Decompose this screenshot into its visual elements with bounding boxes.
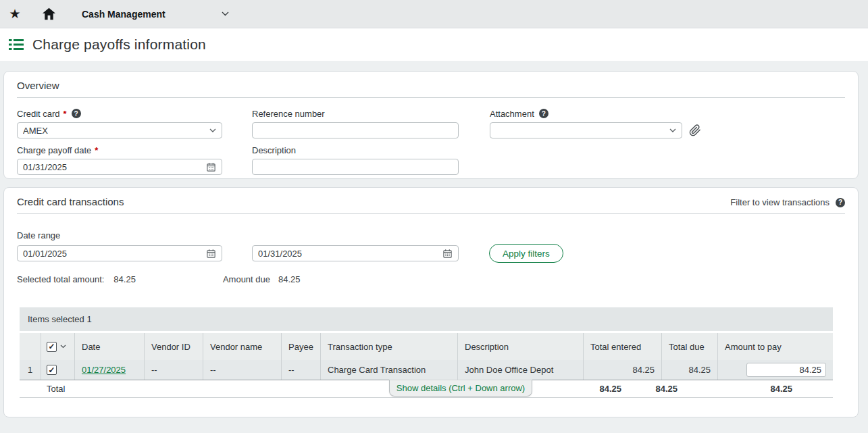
reference-number-field: Reference number bbox=[252, 109, 459, 138]
transactions-panel: Credit card transactions Filter to view … bbox=[3, 187, 859, 417]
top-bar: ★ Cash Management bbox=[0, 0, 868, 28]
page-title: Charge payoffs information bbox=[32, 36, 206, 53]
credit-card-value: AMEX bbox=[23, 126, 209, 136]
charge-payoff-date-input[interactable] bbox=[23, 162, 206, 172]
column-header-date[interactable]: Date bbox=[75, 333, 145, 360]
apply-filters-button[interactable]: Apply filters bbox=[489, 244, 563, 263]
amount-to-pay-input[interactable] bbox=[746, 363, 826, 377]
amount-due-label: Amount due bbox=[223, 274, 270, 284]
favorite-star-icon[interactable]: ★ bbox=[8, 6, 22, 22]
help-icon[interactable]: ? bbox=[836, 198, 845, 207]
charge-payoff-date-label: Charge payoff date bbox=[17, 145, 91, 155]
list-icon[interactable] bbox=[9, 39, 24, 51]
charge-payoff-date-field: Charge payoff date * bbox=[17, 145, 222, 175]
column-header-total-due[interactable]: Total due bbox=[662, 333, 718, 360]
column-header-total-entered[interactable]: Total entered bbox=[584, 333, 662, 360]
table-header-row: Date Vendor ID Vendor name Payee Transac… bbox=[20, 333, 833, 360]
transaction-date-link[interactable]: 01/27/2025 bbox=[82, 365, 126, 375]
cell-total-due: 84.25 bbox=[662, 360, 718, 380]
items-selected-bar: Items selected 1 bbox=[20, 307, 833, 331]
credit-card-select[interactable]: AMEX bbox=[17, 122, 222, 138]
attachment-field: Attachment ? bbox=[490, 109, 701, 138]
table-row: 1 01/27/2025 -- -- -- Charge Card Transa… bbox=[20, 360, 833, 380]
column-header-amount-to-pay[interactable]: Amount to pay bbox=[718, 333, 833, 360]
total-due-sum: 84.25 bbox=[628, 380, 684, 397]
cell-vendor-id: -- bbox=[145, 360, 203, 380]
filter-hint-label: Filter to view transactions bbox=[730, 197, 829, 207]
required-asterisk: * bbox=[63, 109, 67, 119]
select-menu-chevron-icon[interactable] bbox=[60, 345, 66, 349]
calendar-icon[interactable] bbox=[206, 249, 216, 259]
column-header-vendor-id[interactable]: Vendor ID bbox=[145, 333, 203, 360]
title-band: Charge payoffs information bbox=[0, 28, 868, 61]
overview-header: Overview bbox=[17, 80, 845, 98]
description-field: Description bbox=[252, 145, 459, 175]
description-label: Description bbox=[252, 145, 296, 155]
paperclip-icon[interactable] bbox=[689, 124, 701, 136]
chevron-down-icon bbox=[222, 11, 229, 16]
column-header-vendor-name[interactable]: Vendor name bbox=[203, 333, 282, 360]
row-number-header bbox=[20, 333, 41, 360]
select-all-checkbox[interactable] bbox=[47, 342, 57, 352]
credit-card-label: Credit card bbox=[17, 109, 60, 119]
date-to-input[interactable] bbox=[258, 249, 442, 259]
show-details-button[interactable]: Show details (Ctrl + Down arrow) bbox=[389, 380, 532, 397]
date-to-input-wrap bbox=[252, 245, 459, 261]
app-menu-label: Cash Management bbox=[82, 9, 165, 20]
help-icon[interactable]: ? bbox=[72, 109, 81, 118]
transactions-table: Items selected 1 Date Vendor ID Vendor n… bbox=[20, 307, 833, 398]
cell-payee: -- bbox=[282, 360, 321, 380]
selected-total-value: 84.25 bbox=[113, 274, 136, 284]
chevron-down-icon bbox=[209, 128, 216, 132]
transactions-header: Credit card transactions Filter to view … bbox=[17, 196, 845, 214]
column-header-transaction-type[interactable]: Transaction type bbox=[321, 333, 458, 360]
items-selected-label: Items selected 1 bbox=[28, 314, 92, 324]
description-input[interactable] bbox=[258, 162, 453, 172]
column-header-description[interactable]: Description bbox=[458, 333, 584, 360]
selected-total-label: Selected total amount: bbox=[17, 274, 104, 284]
chevron-down-icon bbox=[669, 128, 676, 132]
help-icon[interactable]: ? bbox=[539, 109, 548, 118]
row-checkbox[interactable] bbox=[47, 365, 57, 375]
cell-description: John Doe Office Depot bbox=[458, 360, 584, 380]
reference-number-input-wrap bbox=[252, 122, 459, 138]
row-number: 1 bbox=[20, 360, 41, 380]
cell-transaction-type: Charge Card Transaction bbox=[321, 360, 458, 380]
credit-card-field: Credit card * ? AMEX bbox=[17, 109, 222, 138]
overview-heading: Overview bbox=[17, 80, 59, 91]
cell-vendor-name: -- bbox=[203, 360, 282, 380]
amount-to-pay-sum: 84.25 bbox=[684, 380, 799, 397]
overview-panel: Overview Credit card * ? AMEX Cha bbox=[3, 71, 859, 179]
total-entered-sum: 84.25 bbox=[550, 380, 628, 397]
reference-number-label: Reference number bbox=[252, 109, 325, 119]
transactions-heading: Credit card transactions bbox=[17, 196, 124, 207]
calendar-icon[interactable] bbox=[206, 162, 216, 172]
attachment-select[interactable] bbox=[490, 122, 682, 138]
home-icon[interactable] bbox=[42, 7, 56, 20]
cell-total-entered: 84.25 bbox=[584, 360, 662, 380]
date-range-label: Date range bbox=[17, 230, 858, 240]
reference-number-input[interactable] bbox=[258, 126, 453, 136]
description-input-wrap bbox=[252, 159, 459, 175]
date-from-input[interactable] bbox=[23, 249, 206, 259]
calendar-icon[interactable] bbox=[442, 249, 453, 259]
required-asterisk: * bbox=[95, 145, 98, 155]
app-menu[interactable]: Cash Management bbox=[82, 9, 229, 20]
charge-payoff-date-input-wrap bbox=[17, 159, 222, 175]
attachment-label: Attachment bbox=[490, 109, 534, 119]
column-header-payee[interactable]: Payee bbox=[282, 333, 321, 360]
amount-due-value: 84.25 bbox=[278, 274, 301, 284]
date-from-input-wrap bbox=[17, 245, 222, 261]
